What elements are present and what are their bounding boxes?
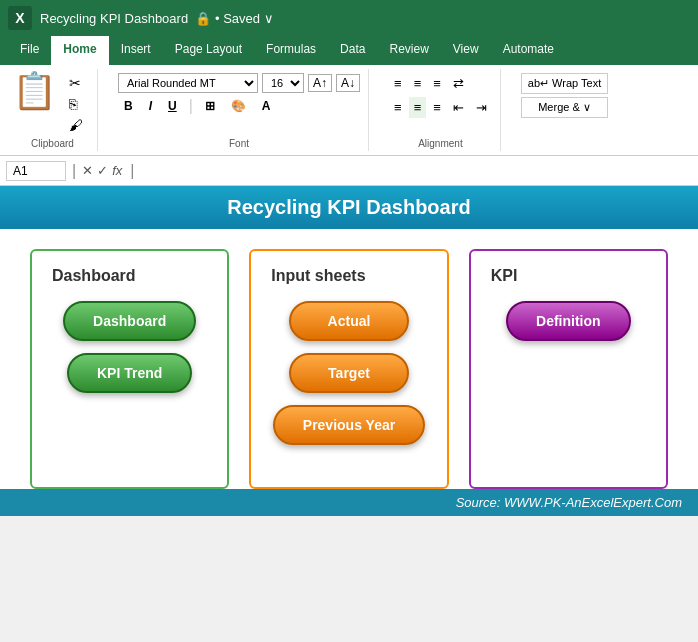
font-row1: Arial Rounded MT 16 A↑ A↓ (118, 73, 360, 93)
indent-inc-button[interactable]: ⇥ (471, 97, 492, 118)
tab-data[interactable]: Data (328, 36, 377, 65)
cell-reference-input[interactable] (6, 161, 66, 181)
dashboard-button[interactable]: Dashboard (63, 301, 196, 341)
align-right-button[interactable]: ≡ (428, 97, 446, 118)
definition-button[interactable]: Definition (506, 301, 631, 341)
kpi-panel-title: KPI (491, 267, 518, 285)
ribbon-body: 📋 ✂ ⎘ 🖌 Clipboard Arial Rounded MT 16 A↑… (0, 65, 698, 156)
alignment-label: Alignment (381, 138, 500, 149)
italic-button[interactable]: I (143, 96, 158, 116)
formula-bar-separator: | (70, 162, 78, 180)
footer: Source: WWW.PK-AnExcelExpert.Com (0, 489, 698, 516)
input-sheets-panel: Input sheets Actual Target Previous Year (249, 249, 448, 489)
tab-insert[interactable]: Insert (109, 36, 163, 65)
input-sheets-panel-title: Input sheets (271, 267, 365, 285)
font-name-select[interactable]: Arial Rounded MT (118, 73, 258, 93)
kpi-trend-button[interactable]: KPI Trend (67, 353, 192, 393)
align-left-button[interactable]: ≡ (389, 97, 407, 118)
footer-text: Source: WWW.PK-AnExcelExpert.Com (456, 495, 682, 510)
increase-font-button[interactable]: A↑ (308, 74, 332, 92)
tab-automate[interactable]: Automate (491, 36, 566, 65)
previous-year-button[interactable]: Previous Year (273, 405, 425, 445)
copy-button[interactable]: ⎘ (65, 94, 87, 114)
format-painter-button[interactable]: 🖌 (65, 115, 87, 135)
title-bar-text: Recycling KPI Dashboard 🔒 • Saved ∨ (40, 11, 690, 26)
target-button[interactable]: Target (289, 353, 409, 393)
clipboard-sub: ✂ ⎘ 🖌 (65, 73, 87, 135)
content-area: Recycling KPI Dashboard Dashboard Dashbo… (0, 186, 698, 516)
footer-wrapper: Source: WWW.PK-AnExcelExpert.Com (0, 489, 698, 516)
font-group: Arial Rounded MT 16 A↑ A↓ B I U | ⊞ 🎨 A … (110, 69, 369, 151)
align-row2: ≡ ≡ ≡ ⇤ ⇥ (389, 97, 492, 118)
underline-button[interactable]: U (162, 96, 183, 116)
paste-button[interactable]: 📋 (12, 73, 57, 109)
excel-icon: X (8, 6, 32, 30)
alignment-group: ≡ ≡ ≡ ⇄ ≡ ≡ ≡ ⇤ ⇥ Alignment (381, 69, 501, 151)
confirm-icon: ✓ (97, 163, 108, 178)
dashboard-title: Recycling KPI Dashboard (10, 196, 688, 219)
tab-review[interactable]: Review (377, 36, 440, 65)
font-size-select[interactable]: 16 (262, 73, 304, 93)
title-bar: X Recycling KPI Dashboard 🔒 • Saved ∨ (0, 0, 698, 36)
indent-dec-button[interactable]: ⇤ (448, 97, 469, 118)
align-row1: ≡ ≡ ≡ ⇄ (389, 73, 492, 94)
align-top-left-button[interactable]: ≡ (389, 73, 407, 94)
fill-color-button[interactable]: 🎨 (225, 96, 252, 116)
align-center-button[interactable]: ≡ (409, 97, 427, 118)
fx-icon: ✕ (82, 163, 93, 178)
tab-file[interactable]: File (8, 36, 51, 65)
formula-input[interactable]: Recycling KPI Dashboard (142, 162, 692, 180)
kpi-panel: KPI Definition (469, 249, 668, 489)
dashboard-content: Dashboard Dashboard KPI Trend Input shee… (0, 229, 698, 489)
font-color-button[interactable]: A (256, 96, 277, 116)
decrease-font-button[interactable]: A↓ (336, 74, 360, 92)
clipboard-group: 📋 ✂ ⎘ 🖌 Clipboard (8, 69, 98, 151)
merge-center-button[interactable]: Merge & ∨ (521, 97, 608, 118)
formula-icon: fx (112, 163, 122, 178)
align-top-right-button[interactable]: ≡ (428, 73, 446, 94)
bold-button[interactable]: B (118, 96, 139, 116)
borders-button[interactable]: ⊞ (199, 96, 221, 116)
tab-page-layout[interactable]: Page Layout (163, 36, 254, 65)
wrap-merge-group: ab↵ Wrap Text Merge & ∨ (513, 69, 616, 151)
align-top-center-button[interactable]: ≡ (409, 73, 427, 94)
tab-home[interactable]: Home (51, 36, 108, 65)
tab-view[interactable]: View (441, 36, 491, 65)
formula-bar: | ✕ ✓ fx | Recycling KPI Dashboard (0, 156, 698, 186)
actual-button[interactable]: Actual (289, 301, 409, 341)
font-row2: B I U | ⊞ 🎨 A (118, 96, 360, 116)
cut-button[interactable]: ✂ (65, 73, 87, 93)
clipboard-label: Clipboard (8, 138, 97, 149)
font-group-label: Font (110, 138, 368, 149)
tab-formulas[interactable]: Formulas (254, 36, 328, 65)
ribbon-tabs: File Home Insert Page Layout Formulas Da… (0, 36, 698, 65)
wrap-text-button[interactable]: ab↵ Wrap Text (521, 73, 608, 94)
dashboard-panel-title: Dashboard (52, 267, 136, 285)
dashboard-panel: Dashboard Dashboard KPI Trend (30, 249, 229, 489)
text-orient-button[interactable]: ⇄ (448, 73, 469, 94)
dashboard-title-bar: Recycling KPI Dashboard (0, 186, 698, 229)
